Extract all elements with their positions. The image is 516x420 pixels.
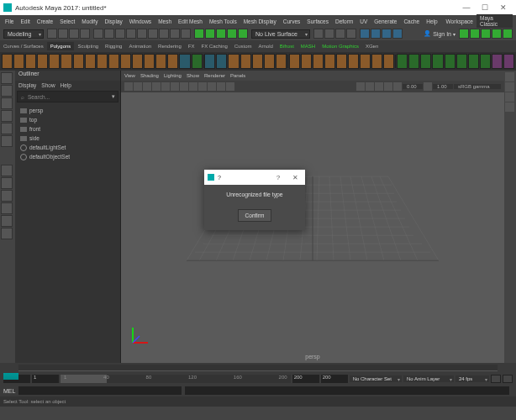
poly-plane-icon[interactable] xyxy=(61,54,71,69)
snap-icon[interactable] xyxy=(216,29,226,39)
toggle-icon[interactable] xyxy=(459,29,469,39)
extrude-icon[interactable] xyxy=(289,54,300,69)
select-tool-icon[interactable] xyxy=(1,72,13,84)
layout-two-icon[interactable] xyxy=(1,190,13,202)
end-frame-field[interactable]: 200 xyxy=(321,375,348,383)
status-icon[interactable] xyxy=(115,29,125,39)
smooth-icon[interactable] xyxy=(228,54,239,69)
menu-mesh-tools[interactable]: Mesh Tools xyxy=(208,18,239,24)
insert-loop-icon[interactable] xyxy=(408,54,419,69)
shelf-tab[interactable]: Sculpting xyxy=(74,42,102,50)
layout-outline-icon[interactable] xyxy=(1,202,13,214)
status-icon[interactable] xyxy=(148,29,158,39)
scale-tool-icon[interactable] xyxy=(1,135,13,147)
poly-sphere-icon[interactable] xyxy=(2,54,13,69)
svg-icon[interactable] xyxy=(192,54,203,69)
workspace-dropdown[interactable]: Maya Classic xyxy=(477,14,513,28)
outliner-item[interactable]: side xyxy=(20,134,115,143)
viewport-3d[interactable]: persp xyxy=(121,92,504,363)
menu-uv[interactable]: UV xyxy=(358,18,369,24)
outliner-item[interactable]: top xyxy=(20,115,115,124)
vp-tool-icon[interactable] xyxy=(171,82,179,91)
menu-mesh-display[interactable]: Mesh Display xyxy=(242,18,278,24)
layout-persp-icon[interactable] xyxy=(1,215,13,227)
menu-create[interactable]: Create xyxy=(35,18,55,24)
vp-tool-icon[interactable] xyxy=(217,82,225,91)
crease-icon[interactable] xyxy=(397,54,408,69)
status-icon[interactable] xyxy=(170,29,180,39)
render-icon[interactable] xyxy=(360,29,370,39)
status-icon[interactable] xyxy=(58,29,68,39)
character-set-dropdown[interactable]: No Character Set xyxy=(350,375,402,382)
poly-cone-icon[interactable] xyxy=(37,54,48,69)
status-icon[interactable] xyxy=(126,29,136,39)
vp-tool-icon[interactable] xyxy=(152,82,161,91)
rotate-tool-icon[interactable] xyxy=(1,123,13,134)
poly-pipe-icon[interactable] xyxy=(120,54,131,69)
vp-menu-panels[interactable]: Panels xyxy=(230,73,245,78)
poly-pyramid-icon[interactable] xyxy=(97,54,108,69)
maximize-button[interactable]: ☐ xyxy=(476,2,494,13)
remesh-icon[interactable] xyxy=(264,54,275,69)
layout-graph-icon[interactable] xyxy=(1,228,13,239)
time-track[interactable] xyxy=(18,365,498,371)
exposure-field[interactable]: 0.00 xyxy=(403,84,423,89)
vp-tool-icon[interactable] xyxy=(161,82,170,91)
playback-end-field[interactable]: 200 xyxy=(292,375,319,383)
layout-single-icon[interactable] xyxy=(1,165,13,176)
poly-soccer-icon[interactable] xyxy=(155,54,166,69)
menu-help[interactable]: Help xyxy=(424,18,439,24)
gamma-icon[interactable] xyxy=(424,82,432,91)
signin-button[interactable]: 👤 Sign In ▾ xyxy=(424,30,455,37)
anim-layer-dropdown[interactable]: No Anim Layer xyxy=(403,375,454,382)
lasso-tool-icon[interactable] xyxy=(1,85,13,97)
bevel-icon[interactable] xyxy=(313,54,324,69)
render-icon[interactable] xyxy=(392,29,403,39)
vp-menu-view[interactable]: View xyxy=(124,73,135,78)
shelf-tab[interactable]: FX Caching xyxy=(197,42,230,50)
shelf-tab[interactable]: Animation xyxy=(125,42,155,50)
render-icon[interactable] xyxy=(382,29,392,39)
menu-file[interactable]: File xyxy=(3,18,15,24)
menu-mesh[interactable]: Mesh xyxy=(156,18,173,24)
offset-loop-icon[interactable] xyxy=(480,54,491,69)
vp-menu-lighting[interactable]: Lighting xyxy=(164,73,182,78)
shelf-tab[interactable]: Rigging xyxy=(102,42,125,50)
autokey-button[interactable] xyxy=(491,375,501,383)
shelf-tab[interactable]: Rendering xyxy=(155,42,185,50)
shelf-tab[interactable]: Motion Graphics xyxy=(319,42,362,50)
menu-deform[interactable]: Deform xyxy=(334,18,355,24)
outliner-menu-display[interactable]: Display xyxy=(18,82,36,89)
menu-generate[interactable]: Generate xyxy=(372,18,398,24)
snap-icon[interactable] xyxy=(205,29,215,39)
vp-tool-icon[interactable] xyxy=(143,82,151,91)
history-icon[interactable] xyxy=(346,29,356,39)
vp-tool-icon[interactable] xyxy=(134,82,142,91)
connect-icon[interactable] xyxy=(360,54,371,69)
live-surface-dropdown[interactable]: No Live Surface xyxy=(251,29,310,39)
module-dropdown[interactable]: Modeling xyxy=(3,29,44,39)
fps-dropdown[interactable]: 24 fps xyxy=(455,375,489,382)
append-icon[interactable] xyxy=(336,54,347,69)
mirror-icon[interactable] xyxy=(276,54,287,69)
vp-tool-icon[interactable] xyxy=(198,82,207,91)
menu-edit-mesh[interactable]: Edit Mesh xyxy=(176,18,204,24)
detach-icon[interactable] xyxy=(371,54,382,69)
poly-super-icon[interactable] xyxy=(167,54,178,69)
shelf-tab[interactable]: XGen xyxy=(362,42,382,50)
close-button[interactable]: ✕ xyxy=(494,2,513,13)
poly-cylinder-icon[interactable] xyxy=(25,54,36,69)
snap-icon[interactable] xyxy=(238,29,248,39)
outliner-menu-show[interactable]: Show xyxy=(41,82,55,89)
target-weld-icon[interactable] xyxy=(432,54,443,69)
modeling-toolkit-icon[interactable] xyxy=(505,102,514,112)
toggle-icon[interactable] xyxy=(503,29,513,39)
toggle-icon[interactable] xyxy=(492,29,502,39)
combine-icon[interactable] xyxy=(204,54,215,69)
time-slider[interactable] xyxy=(0,363,516,373)
attribute-editor-icon[interactable] xyxy=(505,92,514,102)
fill-hole-icon[interactable] xyxy=(324,54,335,69)
outliner-item[interactable]: persp xyxy=(20,106,115,115)
shelf-tab[interactable]: Custom xyxy=(231,42,255,50)
outliner-search[interactable]: ⌕ Search... xyxy=(17,91,118,102)
